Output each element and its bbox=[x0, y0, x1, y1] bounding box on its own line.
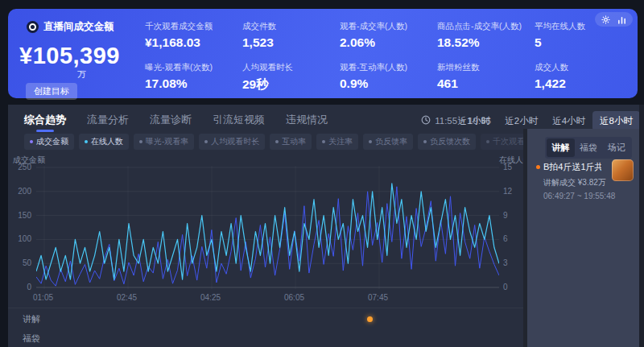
metric-value: 1,523 bbox=[242, 35, 340, 50]
metric-label: 观看-互动率(人数) bbox=[340, 62, 437, 73]
explain-item[interactable]: B拍4斤送1斤共35-4... 讲解成交 ¥3.82万 06:49:27 ~ 1… bbox=[536, 161, 634, 200]
stats-icon[interactable] bbox=[617, 15, 626, 24]
chip-dot-icon bbox=[369, 140, 372, 143]
y-right-tick: 3 bbox=[503, 258, 508, 267]
chip-label: 关注率 bbox=[328, 136, 353, 147]
banner-title: 直播间成交金额 bbox=[43, 20, 114, 34]
metric-label: 成交人数 bbox=[535, 62, 632, 73]
metric-chip-8[interactable]: 千次观看成交金额 bbox=[481, 134, 529, 150]
gear-icon[interactable] bbox=[601, 15, 610, 24]
right-panel-tab-1[interactable]: 福袋 bbox=[575, 138, 603, 157]
y-right-tick: 15 bbox=[503, 163, 512, 171]
scrollbar[interactable] bbox=[639, 105, 644, 347]
chip-label: 成交金额 bbox=[36, 136, 68, 147]
x-axis-tick: 06:05 bbox=[284, 293, 304, 302]
tab-1[interactable]: 流量分析 bbox=[87, 113, 129, 132]
metric-chip-7[interactable]: 负反馈次数 bbox=[418, 134, 476, 150]
nav-tabs: 综合趋势流量分析流量诊断引流短视频违规情况 bbox=[24, 113, 328, 132]
metric-chip-2[interactable]: 曝光-观看率 bbox=[134, 134, 194, 150]
metric-value: 461 bbox=[437, 76, 535, 91]
y-right-ticks: 03691215 bbox=[503, 166, 524, 289]
y-right-tick: 9 bbox=[503, 211, 508, 220]
x-axis-tick: 07:45 bbox=[368, 293, 388, 302]
metric-value: 2.06% bbox=[340, 35, 437, 50]
create-goal-button[interactable]: 创建目标 bbox=[26, 83, 77, 100]
banner-metric-3: 商品点击-成交率(人数)18.52% bbox=[437, 21, 535, 50]
banner-metric-6: 人均观看时长29秒 bbox=[242, 62, 340, 93]
banner-metric-0: 千次观看成交金额¥1,168.03 bbox=[145, 21, 242, 50]
range-button-0[interactable]: 近1小时 bbox=[450, 111, 497, 131]
track-separator bbox=[8, 308, 523, 308]
chip-dot-icon bbox=[275, 140, 279, 143]
chip-dot-icon bbox=[85, 140, 88, 143]
metric-chip-4[interactable]: 互动率 bbox=[270, 134, 312, 150]
banner-metrics: 千次观看成交金额¥1,168.03成交件数1,523观看-成交率(人数)2.06… bbox=[145, 21, 632, 93]
tab-3[interactable]: 引流短视频 bbox=[213, 113, 265, 132]
right-panel: 讲解福袋场记 B拍4斤送1斤共35-4... 讲解成交 ¥3.82万 06:49… bbox=[527, 129, 639, 347]
metric-label: 成交件数 bbox=[242, 21, 340, 32]
y-right-tick: 0 bbox=[503, 283, 508, 291]
x-axis-tick: 04:25 bbox=[200, 293, 221, 302]
y-left-tick: 200 bbox=[18, 187, 31, 196]
banner-main-kpi: 直播间成交金额 ¥105,399 万 创建目标 bbox=[19, 20, 144, 100]
chip-label: 人均观看时长 bbox=[211, 136, 259, 147]
chip-label: 负反馈率 bbox=[375, 136, 407, 147]
metric-chip-0[interactable]: 成交金额 bbox=[24, 134, 74, 150]
tab-4[interactable]: 违规情况 bbox=[286, 113, 328, 132]
banner-corner-actions bbox=[595, 12, 633, 27]
trend-chart-svg bbox=[36, 166, 499, 289]
banner-metric-9: 成交人数1,422 bbox=[535, 62, 632, 93]
y-right-tick: 12 bbox=[503, 187, 512, 196]
banner-metric-2: 观看-成交率(人数)2.06% bbox=[340, 21, 437, 50]
y-left-tick: 150 bbox=[18, 211, 31, 220]
chip-dot-icon bbox=[30, 140, 33, 143]
tab-0[interactable]: 综合趋势 bbox=[24, 113, 66, 132]
right-panel-tab-2[interactable]: 场记 bbox=[602, 138, 630, 157]
chip-label: 在线人数 bbox=[91, 136, 123, 147]
banner-metric-1: 成交件数1,523 bbox=[242, 21, 340, 50]
x-axis-labels: 01:0502:4504:2506:0507:45 bbox=[36, 293, 499, 304]
metric-value: ¥1,168.03 bbox=[145, 35, 242, 50]
banner-metric-7: 观看-互动率(人数)0.9% bbox=[340, 62, 437, 93]
metric-label: 曝光-观看率(次数) bbox=[145, 62, 242, 73]
metric-value: 17.08% bbox=[145, 76, 242, 91]
chip-dot-icon bbox=[204, 140, 208, 143]
tab-2[interactable]: 流量诊断 bbox=[150, 113, 192, 132]
metric-value: 1,422 bbox=[535, 76, 632, 91]
x-axis-tick: 02:45 bbox=[117, 293, 137, 302]
y-left-tick: 250 bbox=[18, 163, 31, 171]
y-left-tick: 50 bbox=[23, 258, 31, 267]
y-left-tick: 100 bbox=[18, 234, 31, 243]
track-marker[interactable] bbox=[367, 316, 373, 322]
metric-label: 人均观看时长 bbox=[242, 62, 340, 73]
track-label-0: 讲解 bbox=[23, 313, 40, 325]
metric-chip-5[interactable]: 关注率 bbox=[316, 134, 358, 150]
track-label-1: 福袋 bbox=[23, 333, 40, 345]
metric-label: 新增粉丝数 bbox=[437, 62, 535, 73]
chip-dot-icon bbox=[139, 140, 142, 143]
metric-label: 商品点击-成交率(人数) bbox=[437, 21, 535, 32]
y-right-tick: 6 bbox=[503, 234, 508, 243]
right-panel-tab-0[interactable]: 讲解 bbox=[547, 138, 575, 157]
item-bullet bbox=[536, 165, 540, 169]
metric-value: 29秒 bbox=[242, 76, 340, 93]
metric-chip-6[interactable]: 负反馈率 bbox=[363, 134, 413, 150]
metric-chip-3[interactable]: 人均观看时长 bbox=[199, 134, 265, 150]
metric-label: 千次观看成交金额 bbox=[145, 21, 242, 32]
banner-main-value: ¥105,399 bbox=[19, 43, 144, 69]
item-time-range: 06:49:27 ~ 19:55:48 bbox=[543, 192, 634, 200]
product-thumbnail bbox=[612, 159, 634, 181]
metric-value: 0.9% bbox=[340, 76, 437, 91]
banner-metric-5: 曝光-观看率(次数)17.08% bbox=[145, 62, 242, 93]
metric-chip-1[interactable]: 在线人数 bbox=[79, 134, 129, 150]
chip-dot-icon bbox=[486, 140, 489, 143]
trend-chart bbox=[36, 166, 499, 289]
chip-dot-icon bbox=[423, 140, 427, 143]
chip-label: 互动率 bbox=[282, 136, 306, 147]
banner-main-unit: 万 bbox=[77, 69, 144, 79]
y-left-ticks: 050100150200250 bbox=[10, 166, 31, 289]
metric-label: 观看-成交率(人数) bbox=[340, 21, 437, 32]
chip-label: 曝光-观看率 bbox=[146, 136, 188, 147]
right-panel-tabs: 讲解福袋场记 bbox=[545, 137, 632, 159]
chip-label: 负反馈次数 bbox=[430, 136, 470, 147]
